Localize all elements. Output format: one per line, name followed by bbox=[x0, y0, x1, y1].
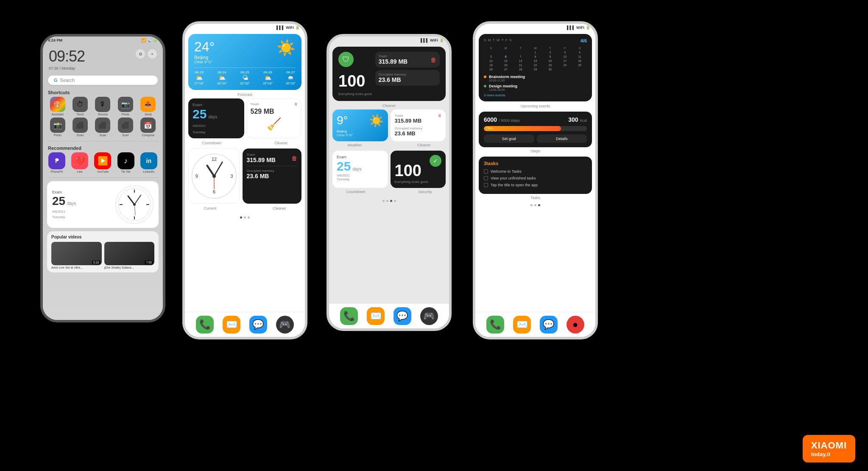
task-text1: Welcome to Tasks bbox=[491, 169, 522, 174]
shortcut-compose-label: Compose bbox=[142, 134, 154, 137]
cleaner-widget1: Trash 🗑 529 MB 🧹 bbox=[247, 98, 302, 138]
shortcut-timer-label: Timer bbox=[76, 113, 84, 116]
shortcut-photo2[interactable]: 📸 Photo bbox=[47, 118, 68, 137]
add-icon[interactable]: + bbox=[148, 49, 157, 59]
dock-chat[interactable]: 💬 bbox=[249, 316, 267, 334]
xiaomi-brand: XIAOMI bbox=[811, 440, 847, 451]
clock-svg-large: 12 6 9 3 bbox=[191, 153, 237, 199]
app-linkedin[interactable]: in LinkedIn bbox=[140, 152, 157, 173]
countdown-dark: Exam 25 days 4/6/2021 Tuesday bbox=[188, 98, 244, 138]
app-phonepe-label: PhonePe bbox=[51, 170, 63, 173]
event1-dot bbox=[484, 76, 486, 78]
forecast-icon5: 🌧 bbox=[286, 74, 296, 81]
countdown-exam: Exam bbox=[193, 103, 240, 107]
trash-label: Trash bbox=[247, 153, 276, 157]
cleaner3-occupied-mb: 23.6 MB bbox=[379, 76, 436, 83]
divider1 bbox=[47, 141, 159, 141]
cleaner3-trash-mb: 315.89 MB bbox=[379, 58, 407, 65]
forecast-day4: 06-26 ⛅ 29°/18° bbox=[263, 70, 273, 85]
trash-icon3: 🗑 bbox=[430, 56, 436, 63]
forecast-day3: 06-25 🌤 32°/18° bbox=[240, 70, 250, 85]
shortcut-scan2[interactable]: ⬛ Scan bbox=[92, 118, 113, 137]
occupied-mb: 23.6 MB bbox=[247, 173, 298, 179]
phone1-status-time: 4:24 PM bbox=[48, 38, 62, 42]
shortcut-scan1[interactable]: ⬛ Scan bbox=[70, 118, 90, 137]
phone4-dock: 📞 ✉️ 💬 ● bbox=[475, 312, 595, 337]
cleaner-dark: Trash 315.89 MB 🗑 Occupied memory 23.6 M… bbox=[243, 149, 302, 204]
task-checkbox3[interactable] bbox=[484, 183, 488, 187]
dock-app[interactable]: 🎮 bbox=[276, 316, 294, 334]
countdown-label3: Countdown bbox=[346, 190, 366, 194]
settings-icon[interactable]: ⚙ bbox=[136, 49, 145, 59]
task-item3: Tap the title to open the app bbox=[484, 183, 587, 187]
shortcut-assistant[interactable]: 🎨 Assistant bbox=[47, 97, 68, 116]
occupied-row: Occupied memory 23.6 MB bbox=[247, 169, 298, 179]
countdown3-date: 4/6/2021 bbox=[337, 174, 384, 177]
forecast-date3: 06-25 bbox=[240, 70, 250, 74]
clock-svg bbox=[117, 188, 151, 221]
cleaner-label4: Cleaner bbox=[417, 143, 431, 147]
cleaner4-trash-icon: 🗑 bbox=[438, 114, 441, 118]
divider2 bbox=[47, 177, 159, 178]
app-like[interactable]: ❤️ Like bbox=[71, 152, 88, 173]
app-youtube-label: YouTube bbox=[97, 170, 109, 173]
shortcut-timer[interactable]: ⏱ Timer bbox=[70, 97, 90, 116]
p3dot3 bbox=[390, 200, 392, 202]
app-youtube[interactable]: ▶️ YouTube bbox=[94, 152, 111, 173]
dock3-chat[interactable]: 💬 bbox=[394, 307, 411, 325]
cleaner-widget-light: Trash 🗑 315.89 MB Occupied memory 23.6 M… bbox=[391, 109, 446, 141]
app-tiktok[interactable]: ♪ Tik Tok bbox=[117, 152, 134, 173]
shortcut-record[interactable]: 🎙 Record bbox=[92, 97, 113, 116]
shortcut-scan3[interactable]: ⬛ Scan bbox=[115, 118, 136, 137]
cleaner-trash-label: Trash bbox=[251, 102, 259, 106]
event1-title: Brainstorm meeting bbox=[489, 75, 525, 79]
app-tiktok-label: Tik Tok bbox=[121, 170, 131, 173]
video2-duration: 7:55 bbox=[145, 261, 153, 264]
popular-videos-label: Popular videos bbox=[51, 235, 154, 239]
dock4-phone[interactable]: 📞 bbox=[486, 316, 504, 334]
cleaner4-occupied-label: Occupied memory bbox=[395, 126, 442, 130]
phone1-clock: 09:52 bbox=[49, 48, 85, 65]
countdown-unit: days bbox=[208, 115, 217, 119]
dot1 bbox=[240, 216, 242, 219]
widgets-row2: 12 6 9 3 Trash 315.89 MB 🗑 bbox=[185, 149, 305, 204]
app-phonepe[interactable]: ₱ PhonePe bbox=[48, 152, 65, 173]
cleaner-title1: Trash 🗑 bbox=[251, 102, 298, 106]
steps-row: 6000 / 8000 steps 300 kcal bbox=[484, 116, 587, 123]
weather-temp: 24° bbox=[194, 39, 215, 55]
steps-cal: 300 bbox=[568, 116, 578, 123]
event2-title: Design meeting bbox=[489, 84, 517, 88]
dock3-app[interactable]: 🎮 bbox=[420, 307, 438, 325]
task-checkbox2[interactable] bbox=[484, 176, 488, 180]
details-button[interactable]: Details bbox=[537, 135, 587, 143]
forecast-label: Forecast bbox=[185, 93, 305, 97]
dock-mail[interactable]: ✉️ bbox=[223, 316, 240, 334]
video1[interactable]: 5:20 Avicii Live Set at Ultra... bbox=[51, 242, 102, 269]
exam-date: 4/6/2021 bbox=[52, 210, 76, 213]
dock4-mail[interactable]: ✉️ bbox=[513, 316, 531, 334]
shortcut-photo[interactable]: 📷 Photo bbox=[115, 97, 136, 116]
phone3-wifi: WiFi bbox=[430, 38, 438, 42]
set-goal-button[interactable]: Set goal bbox=[484, 135, 534, 143]
shortcut-send[interactable]: 📤 Send bbox=[138, 97, 159, 116]
forecast-day1: 06-23 ⛅ 27°/18° bbox=[194, 70, 204, 85]
dock4-chat[interactable]: 💬 bbox=[540, 316, 558, 334]
dock3-mail[interactable]: ✉️ bbox=[367, 307, 385, 325]
search-bar[interactable]: G Search bbox=[48, 76, 158, 85]
weather-main: 24° Beijing Clear 9°/1° ☀️ bbox=[194, 39, 296, 64]
steps-label: Steps bbox=[475, 149, 595, 153]
cal-days-header: S M T W T F S bbox=[484, 38, 512, 42]
battery-icon: 🔋 bbox=[153, 38, 158, 42]
dock-phone[interactable]: 📞 bbox=[196, 316, 214, 334]
video2[interactable]: 7:55 (Dire Straits) Sultans... bbox=[104, 242, 155, 269]
trash-row: Trash 315.89 MB 🗑 bbox=[247, 153, 298, 166]
task-checkbox1[interactable] bbox=[484, 169, 488, 174]
shortcut-compose[interactable]: 📅 Compose bbox=[138, 118, 159, 137]
dock4-app[interactable]: ● bbox=[567, 316, 584, 334]
forecast-day2: 06-24 ⛅ 28°/20° bbox=[217, 70, 227, 85]
p3dot4 bbox=[394, 200, 396, 202]
dock3-phone[interactable]: 📞 bbox=[340, 307, 358, 325]
event2-time: 13:00-18:00 bbox=[489, 88, 517, 91]
phone1-time-block: 09:52 07:26 / Monday ⚙ + bbox=[43, 44, 163, 73]
task-item2: View your unfinished tasks bbox=[484, 176, 587, 180]
